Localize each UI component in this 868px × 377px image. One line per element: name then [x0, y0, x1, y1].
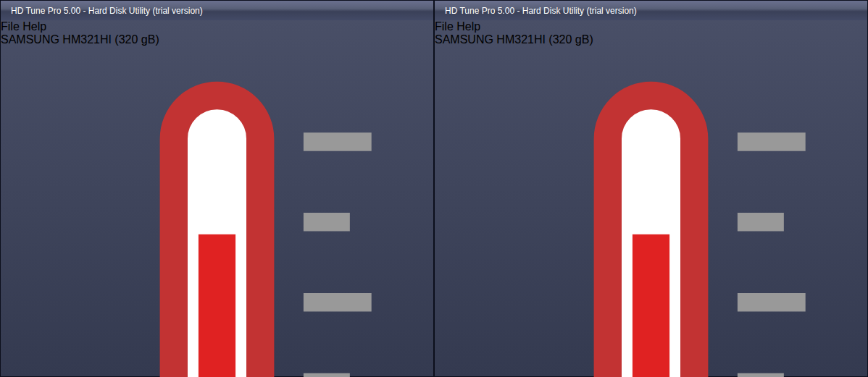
client-area: File Help SAMSUNG HM321HI (320 gB) 39°C …: [435, 20, 867, 377]
drive-select-value: SAMSUNG HM321HI (320 gB): [435, 33, 593, 46]
titlebar[interactable]: HD Tune Pro 5.00 - Hard Disk Utility (tr…: [435, 1, 867, 20]
menu-file[interactable]: File: [435, 20, 454, 33]
drive-select[interactable]: SAMSUNG HM321HI (320 gB): [435, 33, 600, 49]
drive-select-value: SAMSUNG HM321HI (320 gB): [1, 33, 159, 46]
client-area: File Help SAMSUNG HM321HI (320 gB) 36°C …: [1, 20, 433, 377]
hdtune-window-benchmark: HD Tune Pro 5.00 - Hard Disk Utility (tr…: [0, 0, 434, 377]
menubar: File Help: [1, 20, 433, 33]
temperature-button[interactable]: [435, 49, 867, 377]
menubar: File Help: [435, 20, 867, 33]
menu-help[interactable]: Help: [22, 20, 46, 33]
window-title: HD Tune Pro 5.00 - Hard Disk Utility (tr…: [11, 6, 203, 16]
hdtune-window-file-benchmark: HD Tune Pro 5.00 - Hard Disk Utility (tr…: [434, 0, 868, 377]
menu-file[interactable]: File: [1, 20, 20, 33]
drive-select[interactable]: SAMSUNG HM321HI (320 gB): [1, 33, 166, 49]
window-title: HD Tune Pro 5.00 - Hard Disk Utility (tr…: [445, 6, 637, 16]
titlebar[interactable]: HD Tune Pro 5.00 - Hard Disk Utility (tr…: [1, 1, 433, 20]
menu-help[interactable]: Help: [456, 20, 480, 33]
screen: HD Tune Pro 5.00 - Hard Disk Utility (tr…: [0, 0, 868, 377]
temperature-button[interactable]: [1, 49, 433, 377]
